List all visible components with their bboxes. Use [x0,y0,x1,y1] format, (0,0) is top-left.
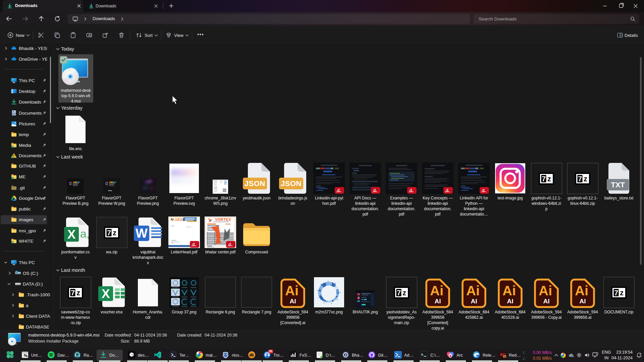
svg-text:71: 71 [504,356,506,358]
svg-text:7: 7 [71,289,75,297]
svg-text:Ai: Ai [539,283,552,298]
svg-text:7: 7 [542,175,546,183]
svg-text:TXT: TXT [611,181,625,189]
svg-text:z: z [620,289,624,297]
svg-text:7: 7 [397,289,401,297]
svg-text:z: z [113,229,116,237]
svg-text:z: z [402,289,406,297]
svg-text:a,: a, [80,227,90,240]
svg-text:JSON: JSON [281,179,302,188]
svg-text:W: W [136,226,148,240]
svg-text:7: 7 [107,229,111,237]
svg-text:AI: AI [543,298,550,305]
svg-text:AI: AI [580,298,586,305]
svg-text:Ai: Ai [466,283,480,298]
svg-text:7: 7 [614,289,618,297]
svg-text:z: z [584,175,587,183]
svg-text:Ai: Ai [430,283,443,298]
svg-text:AI: AI [471,298,477,305]
svg-text:Ai: Ai [575,283,588,298]
svg-text:z: z [76,289,80,297]
svg-text:z: z [547,175,551,183]
svg-text:AI: AI [435,298,441,305]
svg-text:N: N [24,353,26,357]
svg-text:Ai: Ai [502,283,516,298]
svg-text:JSON: JSON [245,179,265,188]
svg-text:z: z [640,352,641,354]
svg-text:X: X [102,287,110,301]
svg-text:AI: AI [507,298,514,305]
svg-text:AI: AI [290,298,296,305]
svg-text:7: 7 [578,175,582,183]
svg-text:Ai: Ai [285,283,299,298]
svg-text:X: X [67,228,76,241]
